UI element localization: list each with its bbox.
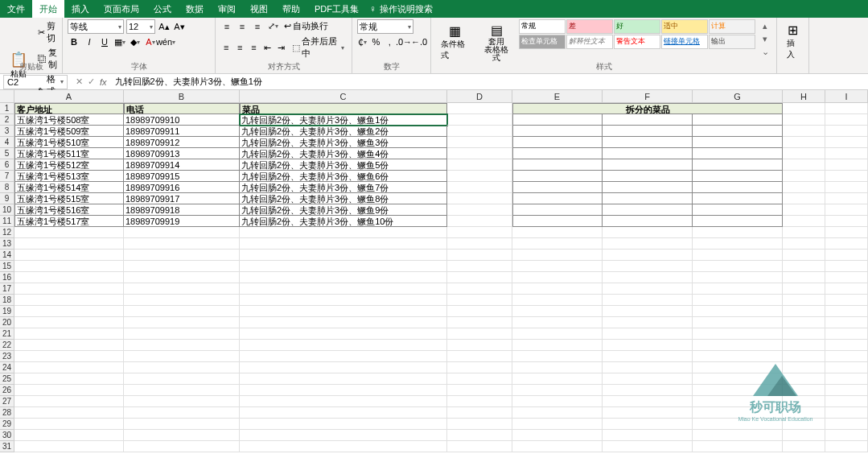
cell-style-s10[interactable]: 输出: [709, 35, 755, 49]
cell[interactable]: [825, 396, 868, 407]
cell-split3[interactable]: [693, 114, 783, 126]
header-split-dishes[interactable]: 拆分的菜品: [512, 103, 783, 114]
cell[interactable]: [825, 261, 868, 272]
cell[interactable]: [240, 351, 447, 362]
cell[interactable]: [14, 351, 124, 362]
cell[interactable]: [14, 362, 124, 373]
cell[interactable]: [603, 362, 693, 373]
formula-input[interactable]: [112, 75, 868, 89]
col-header-A[interactable]: A: [14, 90, 124, 102]
row-header-30[interactable]: 30: [0, 430, 14, 441]
cell[interactable]: [783, 204, 825, 216]
col-header-I[interactable]: I: [825, 90, 868, 102]
cell[interactable]: [825, 204, 868, 216]
indent-decrease-icon[interactable]: ⇤: [262, 41, 274, 54]
cell[interactable]: [447, 103, 512, 114]
cell[interactable]: [693, 261, 783, 272]
cell[interactable]: [124, 430, 240, 441]
wrap-text-button[interactable]: ↩自动换行: [282, 19, 331, 33]
cell[interactable]: [240, 385, 447, 396]
cell[interactable]: [14, 385, 124, 396]
cell[interactable]: [124, 441, 240, 452]
row-header-4[interactable]: 4: [0, 137, 14, 148]
cell[interactable]: [512, 430, 603, 441]
cell-style-s5[interactable]: 计算: [709, 19, 755, 34]
cell[interactable]: [825, 159, 868, 171]
enter-icon[interactable]: ✓: [88, 76, 95, 87]
cell[interactable]: [825, 283, 868, 295]
cell-phone[interactable]: 18989709913: [124, 148, 240, 159]
cell[interactable]: [124, 351, 240, 362]
col-header-D[interactable]: D: [447, 90, 512, 102]
cell-split1[interactable]: [512, 216, 603, 227]
cell[interactable]: [693, 328, 783, 340]
cell[interactable]: [512, 227, 603, 238]
cell[interactable]: [14, 272, 124, 283]
table-format-button[interactable]: ▤ 套用 表格格式: [478, 19, 516, 65]
cell[interactable]: [512, 272, 603, 283]
row-header-13[interactable]: 13: [0, 238, 14, 250]
cell[interactable]: [693, 238, 783, 250]
cell[interactable]: [124, 362, 240, 373]
cell[interactable]: [14, 295, 124, 306]
cell[interactable]: [825, 216, 868, 227]
cell[interactable]: [447, 261, 512, 272]
cell-address[interactable]: 五缘湾1号楼513室: [14, 171, 124, 182]
cell[interactable]: [14, 419, 124, 430]
cell-split1[interactable]: [512, 137, 603, 148]
cell[interactable]: [693, 306, 783, 317]
cell[interactable]: [14, 250, 124, 261]
col-header-H[interactable]: H: [783, 90, 825, 102]
cell[interactable]: [240, 250, 447, 261]
cell[interactable]: [693, 396, 783, 407]
font-name-dropdown[interactable]: 等线▾: [68, 19, 124, 34]
cell[interactable]: [240, 272, 447, 283]
cell[interactable]: [124, 250, 240, 261]
cell[interactable]: [447, 419, 512, 430]
menu-插入[interactable]: 插入: [64, 0, 97, 18]
cell[interactable]: [693, 295, 783, 306]
cell-split1[interactable]: [512, 193, 603, 204]
row-header-31[interactable]: 31: [0, 441, 14, 452]
cell[interactable]: [825, 407, 868, 419]
cell-phone[interactable]: 18989709911: [124, 126, 240, 137]
cell-split3[interactable]: [693, 159, 783, 171]
cell[interactable]: [603, 227, 693, 238]
cell-split3[interactable]: [693, 204, 783, 216]
row-header-17[interactable]: 17: [0, 283, 14, 295]
cell[interactable]: [447, 272, 512, 283]
cell[interactable]: [447, 396, 512, 407]
cell-split1[interactable]: [512, 126, 603, 137]
cell[interactable]: [14, 407, 124, 419]
cell-split2[interactable]: [603, 193, 693, 204]
cell[interactable]: [783, 328, 825, 340]
cell-style-s7[interactable]: 解释性文本: [566, 35, 613, 49]
cell[interactable]: [512, 283, 603, 295]
cell[interactable]: [14, 373, 124, 385]
align-top-icon[interactable]: ≡: [220, 20, 233, 33]
cell[interactable]: [783, 103, 825, 114]
cell[interactable]: [825, 272, 868, 283]
cell-phone[interactable]: 18989709915: [124, 171, 240, 182]
cell[interactable]: [447, 328, 512, 340]
cell[interactable]: [825, 114, 868, 126]
increase-decimal-icon[interactable]: .0→: [397, 35, 410, 48]
cell-split1[interactable]: [512, 159, 603, 171]
cell[interactable]: [447, 340, 512, 351]
cell-split2[interactable]: [603, 126, 693, 137]
cell[interactable]: [14, 261, 124, 272]
cell[interactable]: [825, 340, 868, 351]
cell[interactable]: [693, 362, 783, 373]
cell[interactable]: [447, 159, 512, 171]
cell[interactable]: [447, 171, 512, 182]
align-bottom-icon[interactable]: ≡: [251, 20, 264, 33]
cell-split1[interactable]: [512, 182, 603, 193]
orientation-icon[interactable]: ⤢▾: [266, 20, 279, 33]
row-header-9[interactable]: 9: [0, 193, 14, 204]
cell[interactable]: [447, 373, 512, 385]
cell-address[interactable]: 五缘湾1号楼516室: [14, 204, 124, 216]
cell[interactable]: [603, 441, 693, 452]
cell[interactable]: [240, 407, 447, 419]
cell[interactable]: [783, 114, 825, 126]
cell[interactable]: [783, 148, 825, 159]
